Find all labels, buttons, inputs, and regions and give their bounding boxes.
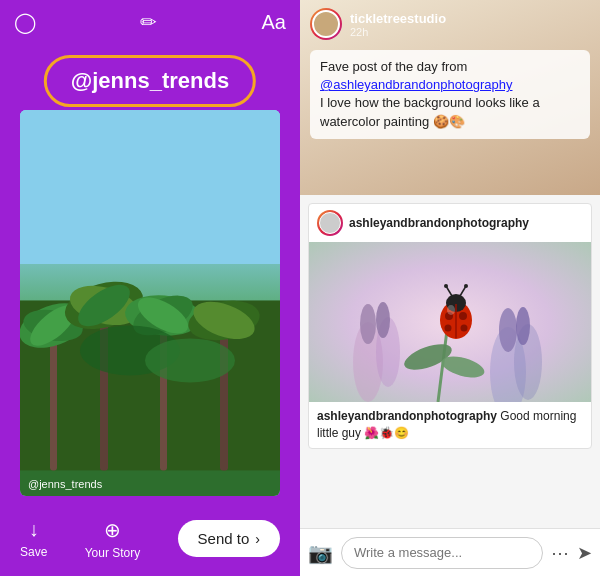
mention-text: @jenns_trends (71, 68, 229, 93)
message-input[interactable] (341, 537, 543, 569)
svg-point-17 (145, 339, 235, 383)
svg-point-26 (516, 307, 530, 345)
your-story-label: Your Story (85, 546, 141, 560)
avatar-inner (312, 10, 340, 38)
svg-point-39 (444, 284, 448, 288)
story-time: 22h (350, 26, 590, 38)
story-text-overlay: Fave post of the day from @ashleyandbran… (310, 50, 590, 139)
left-panel: ◯ ✏ Aa @jenns_trends (0, 0, 300, 576)
story-background: tickletreestudio 22h Fave post of the da… (300, 0, 600, 195)
direct-send-icon[interactable]: ➤ (577, 542, 592, 564)
save-button[interactable]: ↓ Save (20, 518, 47, 559)
post-caption-username: ashleyandbrandonphotography (317, 409, 497, 423)
add-story-icon: ⊕ (104, 518, 121, 542)
svg-point-34 (459, 312, 467, 320)
story-text-line1: Fave post of the day from (320, 59, 467, 74)
story-user-info: tickletreestudio 22h (350, 11, 590, 38)
camera-icon[interactable]: 📷 (308, 541, 333, 565)
post-username: ashleyandbrandonphotography (349, 216, 529, 230)
story-mention-link[interactable]: @ashleyandbrandonphotography (320, 77, 512, 92)
sticker-icon[interactable]: ◯ (14, 10, 36, 34)
save-label: Save (20, 545, 47, 559)
save-icon: ↓ (29, 518, 39, 541)
story-username: tickletreestudio (350, 11, 590, 26)
svg-point-23 (360, 304, 376, 344)
text-tool-button[interactable]: Aa (262, 11, 286, 34)
story-image-bg: @jenns_trends (20, 110, 280, 496)
sky-area (20, 110, 280, 264)
send-to-text: Send to (198, 530, 250, 547)
story-avatar[interactable] (310, 8, 342, 40)
svg-point-24 (376, 302, 390, 338)
post-image (309, 242, 591, 402)
your-story-button[interactable]: ⊕ Your Story (85, 518, 141, 560)
left-bottom-bar: ↓ Save ⊕ Your Story Send to › (0, 501, 300, 576)
story-image-container: @jenns_trends (20, 110, 280, 496)
story-header: tickletreestudio 22h (300, 0, 600, 46)
message-bar: 📷 ⋯ ➤ (300, 528, 600, 576)
tree-area (20, 245, 280, 496)
mention-bubble: @jenns_trends (44, 55, 256, 107)
svg-point-36 (461, 325, 468, 332)
post-avatar-inner (319, 212, 341, 234)
svg-point-41 (447, 305, 455, 315)
draw-icon[interactable]: ✏ (140, 10, 157, 34)
post-caption: ashleyandbrandonphotography Good morning… (309, 402, 591, 448)
image-caption: @jenns_trends (28, 478, 102, 490)
story-main-text: Fave post of the day from @ashleyandbran… (320, 58, 580, 131)
send-to-button[interactable]: Send to › (178, 520, 280, 557)
svg-point-35 (445, 325, 452, 332)
send-chevron-icon: › (255, 531, 260, 547)
story-text-line2: I love how the background looks like a w… (320, 95, 540, 128)
shared-post-card: ashleyandbrandonphotography (308, 203, 592, 449)
right-panel: tickletreestudio 22h Fave post of the da… (300, 0, 600, 576)
left-toolbar: ◯ ✏ Aa (0, 0, 300, 44)
shared-post-header: ashleyandbrandonphotography (309, 204, 591, 242)
svg-point-25 (499, 308, 517, 352)
svg-rect-1 (50, 331, 57, 471)
svg-point-40 (464, 284, 468, 288)
more-options-icon[interactable]: ⋯ (551, 542, 569, 564)
post-avatar (317, 210, 343, 236)
